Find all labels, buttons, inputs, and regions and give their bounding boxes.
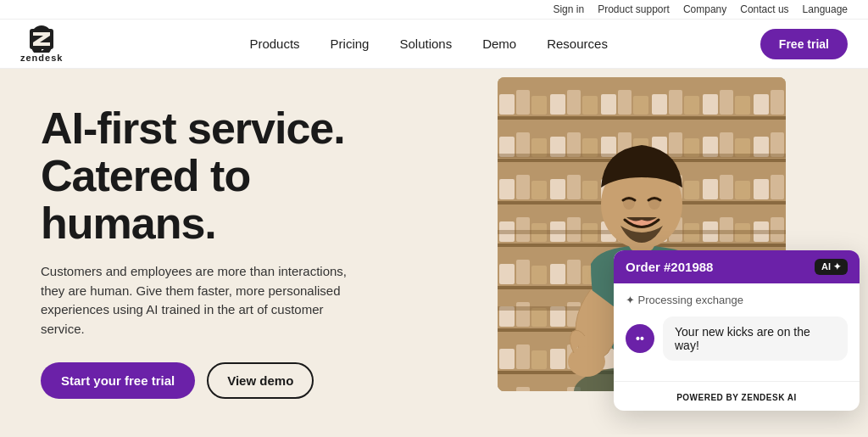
nav-resources[interactable]: Resources <box>547 36 608 51</box>
sign-in-link[interactable]: Sign in <box>553 3 584 15</box>
hero-right: Order #201988 AI ✦ ✦ Processing exchange… <box>415 69 868 434</box>
company-link[interactable]: Company <box>683 3 726 15</box>
chat-processing-text: ✦ Processing exchange <box>626 294 743 306</box>
contact-us-link[interactable]: Contact us <box>740 3 788 15</box>
headline-line1: AI-first service. <box>41 104 345 153</box>
utility-bar: Sign in Product support Company Contact … <box>0 0 868 20</box>
logo[interactable]: zendesk <box>20 25 63 63</box>
product-support-link[interactable]: Product support <box>598 3 670 15</box>
view-demo-button[interactable]: View demo <box>207 362 314 399</box>
chat-ai-badge: AI ✦ <box>815 259 848 275</box>
navbar: zendesk Products Pricing Solutions Demo … <box>0 20 868 69</box>
chat-card-body: ✦ Processing exchange •• Your new kicks … <box>614 283 860 381</box>
nav-solutions[interactable]: Solutions <box>399 36 452 51</box>
language-link[interactable]: Language <box>803 3 848 15</box>
chat-processing-row: ✦ Processing exchange <box>626 294 848 306</box>
start-free-trial-button[interactable]: Start your free trial <box>41 362 195 399</box>
chat-card: Order #201988 AI ✦ ✦ Processing exchange… <box>614 250 860 411</box>
zendesk-logo-icon <box>26 25 57 53</box>
nav-pricing[interactable]: Pricing <box>331 36 370 51</box>
hero-left: AI-first service. Catered to humans. Cus… <box>0 69 415 434</box>
chat-avatar: •• <box>626 324 654 353</box>
logo-text: zendesk <box>20 53 63 63</box>
chat-bubble: Your new kicks are on the way! <box>663 317 848 361</box>
nav-products[interactable]: Products <box>249 36 299 51</box>
headline-line2: Catered to <box>41 151 250 200</box>
chat-footer: POWERED BY ZENDESK AI <box>614 381 860 411</box>
hero-headline: AI-first service. Catered to humans. <box>41 104 375 247</box>
chat-order-label: Order #201988 <box>626 260 713 274</box>
chat-card-header: Order #201988 AI ✦ <box>614 250 860 283</box>
nav-links: Products Pricing Solutions Demo Resource… <box>97 36 760 51</box>
hero-buttons: Start your free trial View demo <box>41 362 375 399</box>
hero-subtext: Customers and employees are more than in… <box>41 262 363 339</box>
hero-section: AI-first service. Catered to humans. Cus… <box>0 69 868 434</box>
chat-message-row: •• Your new kicks are on the way! <box>626 317 848 361</box>
chat-footer-text: POWERED BY ZENDESK AI <box>676 393 797 402</box>
nav-demo[interactable]: Demo <box>482 36 516 51</box>
headline-line3: humans. <box>41 199 216 248</box>
free-trial-button[interactable]: Free trial <box>760 29 848 59</box>
